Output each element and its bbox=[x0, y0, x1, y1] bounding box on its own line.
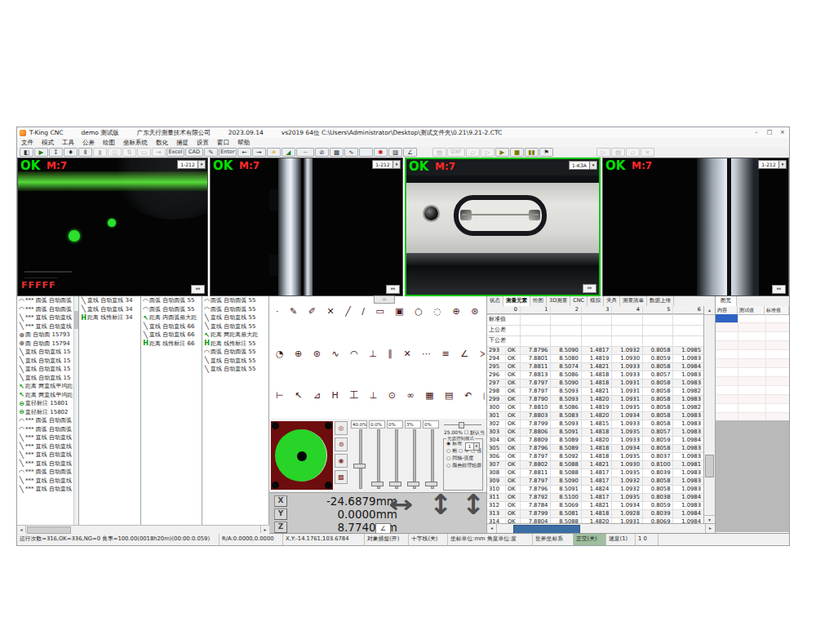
toolbar-button[interactable]: ▭ bbox=[137, 148, 151, 157]
toolbar-button[interactable]: ∠ bbox=[403, 148, 417, 157]
toolbar-button[interactable]: ▤ bbox=[432, 148, 446, 157]
toolbar-button[interactable]: ⇥ bbox=[152, 148, 166, 157]
list-item[interactable]: ╲ 直线 自动直线 55 bbox=[202, 365, 268, 374]
scroll-right-icon[interactable]: ▸ bbox=[260, 526, 269, 533]
list-item[interactable]: ╲ 直线 自动直线 66 bbox=[141, 331, 202, 340]
magnification-select[interactable]: 1-212 ▾ bbox=[758, 160, 787, 169]
jog-horizontal-arrows[interactable]: ↔ bbox=[388, 491, 413, 518]
list-item[interactable]: ╲ *** 直线 自动直线 bbox=[17, 485, 78, 494]
ring-light-center[interactable] bbox=[297, 451, 307, 461]
list-item[interactable]: H 距离 线性标注 55 bbox=[202, 340, 268, 349]
palette-row[interactable]: ◔ ⊕ ⊛ ∿ ◠ ⊥ ∥ ✕ ⋯ ≡ ∠ ≻ ○ ⊖ ∡ A ⊾ bbox=[276, 349, 485, 359]
status-segment[interactable]: 世界坐标系 bbox=[533, 534, 574, 545]
menu-item[interactable]: 文件 bbox=[17, 139, 38, 147]
toolbar-button[interactable]: ▤ bbox=[611, 148, 625, 157]
detail-row[interactable] bbox=[716, 314, 789, 323]
light-mode-icon[interactable]: ▩ bbox=[335, 470, 348, 484]
list-item[interactable]: ╲ 直线 自动直线 34 bbox=[79, 305, 140, 314]
toolbar-button[interactable]: ← bbox=[237, 148, 251, 157]
light-slider[interactable]: 0.0% bbox=[369, 420, 385, 491]
result-row[interactable]: 308 OK 7.8811 8.5088 1.4817 1.0935 0.803… bbox=[487, 469, 704, 477]
slider-thumb[interactable] bbox=[389, 482, 401, 486]
list-horizontal-scrollbar[interactable]: ◂ ▸ bbox=[17, 525, 269, 534]
toolbar-button[interactable]: ▮ bbox=[93, 148, 107, 157]
list-item[interactable]: ╲ *** 直线 自动直线 bbox=[17, 460, 78, 469]
palette-row[interactable]: ⊢ ↖ ⊿ H 工 ⊥ ⊙ ∞ ▦ ▤ ↶ ▢ ✗ ▦ ⌊ ⌈ ⌋ bbox=[276, 389, 485, 402]
toolbar-button[interactable]: ∿ bbox=[344, 148, 358, 157]
list-item[interactable]: ◠ 圆弧 自动圆弧 55 bbox=[202, 296, 268, 305]
menu-item[interactable]: 坐标系统 bbox=[119, 139, 152, 147]
toolbar-button[interactable]: Enter bbox=[219, 148, 237, 157]
toolbar-button[interactable]: -- bbox=[296, 148, 314, 157]
toolbar-button[interactable]: ☀ bbox=[267, 148, 281, 157]
list-item[interactable]: ⊕ 圆 自动圆 15793 bbox=[17, 331, 78, 340]
results-tab[interactable]: CNC bbox=[570, 296, 588, 306]
scrollbar-thumb[interactable] bbox=[705, 455, 714, 477]
list-item[interactable]: ╲ 直线 自动直线 55 bbox=[202, 322, 268, 331]
results-tab[interactable]: 测量清单 bbox=[620, 296, 647, 306]
toolbar-button[interactable]: × bbox=[641, 148, 654, 157]
list-item[interactable]: ╲ *** 直线 自动直线 bbox=[17, 313, 78, 322]
status-segment[interactable]: X,Y:-14.1761,103.6784 bbox=[283, 534, 365, 545]
result-row[interactable]: 294 OK 7.8801 8.5080 1.4819 1.0930 0.805… bbox=[487, 355, 704, 363]
menu-item[interactable]: 帮助 bbox=[233, 139, 254, 147]
list-item[interactable]: ╲ *** 直线 自动直线 bbox=[17, 477, 78, 486]
detail-row[interactable] bbox=[716, 350, 789, 359]
chevron-down-icon[interactable]: ▾ bbox=[197, 161, 205, 168]
menu-item[interactable]: 捕捉 bbox=[172, 139, 193, 147]
result-row[interactable]: 301 OK 7.8803 8.5083 1.4820 1.0934 0.805… bbox=[487, 412, 704, 420]
light-mode-radio[interactable]: ○ 同轴-强度 bbox=[444, 454, 482, 461]
toolbar-button[interactable]: ✱ bbox=[374, 148, 388, 157]
result-row[interactable]: 307 OK 7.8802 8.5088 1.4821 1.0930 0.810… bbox=[487, 461, 704, 469]
list-item[interactable]: ╲ 直线 自动直线 55 bbox=[202, 357, 268, 366]
toolbar-button[interactable]: ◢ bbox=[282, 148, 295, 157]
toolbar-button[interactable]: ▮▮ bbox=[525, 148, 539, 157]
list-item[interactable]: ◠ *** 圆弧 自动圆弧 bbox=[17, 416, 78, 425]
list-item[interactable]: ◠ 圆弧 自动圆弧 55 bbox=[202, 348, 268, 357]
jog-z-arrows[interactable]: ↕ bbox=[462, 488, 486, 521]
status-segment[interactable]: 1 0 bbox=[636, 534, 659, 545]
toolbar-button[interactable]: → bbox=[252, 148, 266, 157]
slider-track[interactable] bbox=[387, 429, 403, 489]
list-item[interactable]: ◠ 圆弧 自动圆弧 55 bbox=[141, 296, 202, 305]
detail-row[interactable] bbox=[716, 386, 789, 395]
menu-item[interactable]: 数化 bbox=[152, 139, 172, 147]
scrollbar-thumb[interactable] bbox=[27, 526, 71, 534]
menu-item[interactable]: 工具 bbox=[58, 139, 78, 147]
axis-x-button[interactable]: X bbox=[274, 495, 287, 507]
chevron-down-icon[interactable]: ▾ bbox=[392, 161, 400, 168]
default-mode-checkbox[interactable]: ☐ bbox=[464, 429, 470, 435]
list-item[interactable]: ╲ 直线 自动直线 15 bbox=[17, 357, 78, 366]
ring-light-control[interactable] bbox=[271, 421, 333, 490]
list-item[interactable]: ⊕ 圆 自动圆 15794 bbox=[17, 340, 78, 349]
list-item[interactable]: ╲ 直线 自动直线 66 bbox=[141, 322, 202, 331]
light-mode-icon[interactable]: ◉ bbox=[335, 454, 348, 468]
result-row[interactable]: 297 OK 7.8797 8.5090 1.4818 1.0931 0.805… bbox=[487, 380, 704, 388]
magnification-select[interactable]: 1-212 ▾ bbox=[177, 160, 206, 169]
magnification-select[interactable]: 1-212 ▾ bbox=[372, 160, 401, 169]
results-tab[interactable]: 数据上传 bbox=[647, 296, 674, 306]
toolbar-button[interactable]: ▩ bbox=[330, 148, 344, 157]
detail-row[interactable] bbox=[716, 404, 789, 413]
toolbar-button[interactable]: ▷ bbox=[596, 148, 610, 157]
light-slider[interactable]: 40.0% bbox=[351, 420, 367, 491]
toolbar-button[interactable]: ↧ bbox=[49, 148, 63, 157]
result-row[interactable]: 309 OK 7.8797 8.5090 1.4817 1.0932 0.805… bbox=[487, 477, 704, 486]
list-item[interactable]: ⊖ 直径标注 15801 bbox=[17, 399, 78, 408]
list-item[interactable]: ⊖ 直径标注 15802 bbox=[17, 408, 78, 417]
toolbar-button[interactable]: ⚑ bbox=[539, 148, 553, 157]
chevron-down-icon[interactable]: ▾ bbox=[778, 161, 786, 168]
toolbar-button[interactable]: ▶ bbox=[34, 148, 48, 157]
corner-light-dot[interactable] bbox=[272, 422, 279, 429]
tolerance-row[interactable]: 标准值 bbox=[487, 315, 704, 326]
result-row[interactable]: 298 OK 7.8797 8.5093 1.4821 1.0931 0.805… bbox=[487, 388, 704, 396]
list-item[interactable]: ↖ 距离 两距离最大距 bbox=[202, 331, 268, 340]
menu-item[interactable]: 窗口 bbox=[213, 139, 233, 147]
results-tab[interactable]: 3D测量 bbox=[547, 296, 570, 306]
list-item[interactable]: ╲ 直线 自动直线 55 bbox=[202, 313, 268, 322]
result-row[interactable]: 305 OK 7.8796 8.5089 1.4818 1.0934 0.805… bbox=[487, 445, 704, 453]
slider-track[interactable] bbox=[369, 429, 385, 489]
toolbar-button[interactable]: DXF bbox=[447, 148, 465, 157]
toolbar-button[interactable]: ▶ bbox=[495, 148, 509, 157]
result-row[interactable]: 310 OK 7.8796 8.5091 1.4824 1.0932 0.805… bbox=[487, 486, 704, 494]
